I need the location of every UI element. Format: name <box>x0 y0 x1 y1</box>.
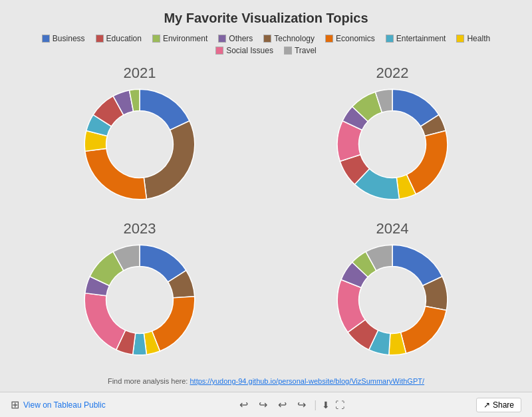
footer-text: Find more analysis here: <box>108 377 190 385</box>
legend-item-label: Entertainment <box>396 34 446 43</box>
legend-item-label: Economics <box>336 34 375 43</box>
donut-2023 <box>80 240 200 360</box>
charts-grid: 2021202220232024 <box>13 62 519 373</box>
chart-year-2021: 2021 <box>124 65 156 82</box>
bottom-bar: ⊞ View on Tableau Public ↩ ↪ ↩ ↪ | ⬇ ⛶ ↗… <box>0 392 532 417</box>
legend-item: Health <box>456 34 490 43</box>
donut-2022 <box>332 84 452 204</box>
legend-item: Education <box>96 34 142 43</box>
legend-color-swatch <box>152 35 160 43</box>
chart-cell-2021: 2021 <box>13 62 266 217</box>
legend-color-swatch <box>42 35 50 43</box>
footer-url[interactable]: https://yudong-94.github.io/personal-web… <box>190 377 424 385</box>
chart-cell-2023: 2023 <box>13 217 266 373</box>
share-label: Share <box>493 400 514 410</box>
bottom-bar-right: ↗ Share <box>476 398 521 412</box>
content-area: My Favorite Visualization Topics Busines… <box>0 0 532 392</box>
share-button[interactable]: ↗ Share <box>476 398 521 412</box>
legend: BusinessEducationEnvironmentOthersTechno… <box>13 34 519 55</box>
legend-color-swatch <box>386 35 394 43</box>
legend-item-label: Health <box>467 34 490 43</box>
legend-color-swatch <box>325 35 333 43</box>
redo-button[interactable]: ↪ <box>256 397 270 412</box>
bottom-bar-left: ⊞ View on Tableau Public <box>11 398 106 411</box>
chart-year-2022: 2022 <box>376 65 409 82</box>
share-icon: ↗ <box>483 400 490 410</box>
fullscreen-button[interactable]: ⛶ <box>335 400 344 410</box>
tableau-icon: ⊞ <box>11 398 19 411</box>
legend-item-label: Business <box>53 34 85 43</box>
legend-color-swatch <box>263 35 271 43</box>
legend-item: Others <box>218 34 253 43</box>
legend-item: Economics <box>325 34 375 43</box>
chart-year-2023: 2023 <box>124 220 156 237</box>
legend-item-label: Technology <box>274 34 315 43</box>
donut-2021 <box>80 84 200 204</box>
legend-item: Social Issues <box>215 46 273 55</box>
legend-item-label: Travel <box>295 46 317 55</box>
undo-button[interactable]: ↩ <box>237 397 251 412</box>
legend-item: Technology <box>263 34 315 43</box>
legend-color-swatch <box>456 35 464 43</box>
back-button[interactable]: ↩ <box>275 397 289 412</box>
legend-item: Business <box>42 34 85 43</box>
main-container: My Favorite Visualization Topics Busines… <box>0 0 532 417</box>
page-title: My Favorite Visualization Topics <box>13 11 519 26</box>
legend-item: Environment <box>152 34 207 43</box>
legend-color-swatch <box>215 47 223 55</box>
footer-link: Find more analysis here: https://yudong-… <box>13 377 519 385</box>
legend-item-label: Social Issues <box>226 46 273 55</box>
legend-item-label: Others <box>229 34 253 43</box>
chart-year-2024: 2024 <box>376 220 409 237</box>
legend-item-label: Environment <box>163 34 207 43</box>
download-button[interactable]: ⬇ <box>322 400 330 410</box>
legend-color-swatch <box>218 35 226 43</box>
legend-color-swatch <box>96 35 104 43</box>
legend-item: Entertainment <box>386 34 446 43</box>
tableau-label[interactable]: View on Tableau Public <box>23 400 106 410</box>
chart-cell-2022: 2022 <box>266 62 519 217</box>
legend-item: Travel <box>284 46 317 55</box>
legend-color-swatch <box>284 47 292 55</box>
chart-cell-2024: 2024 <box>266 217 519 373</box>
forward-button[interactable]: ↪ <box>295 397 309 412</box>
legend-item-label: Education <box>106 34 142 43</box>
divider: | <box>314 399 317 411</box>
bottom-bar-center: ↩ ↪ ↩ ↪ | ⬇ ⛶ <box>114 397 468 412</box>
donut-2024 <box>332 240 452 360</box>
